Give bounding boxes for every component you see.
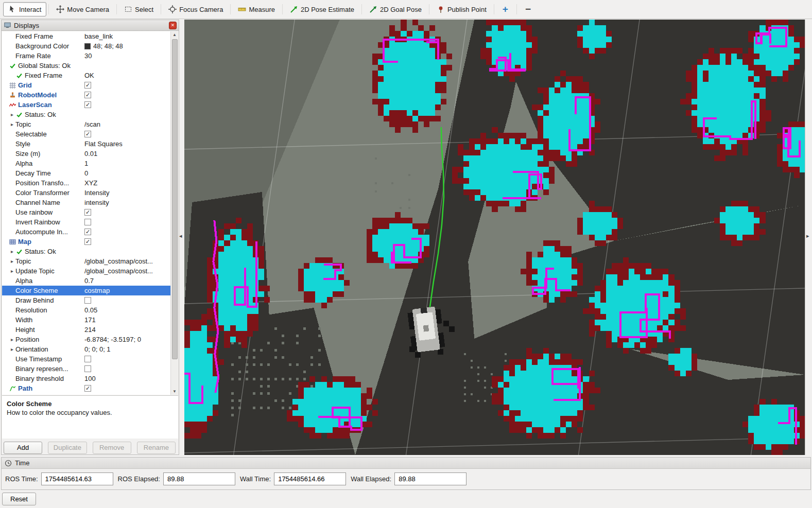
property-row-channel-name[interactable]: Channel Nameintensity <box>2 198 170 207</box>
expand-arrow-icon[interactable]: ▸ <box>9 268 15 274</box>
expand-arrow-icon[interactable]: ▸ <box>9 249 15 254</box>
color-swatch[interactable] <box>84 43 91 49</box>
expand-right-panel-icon[interactable]: ▸ <box>806 233 809 239</box>
property-row-resolution[interactable]: Resolution0.05 <box>2 305 170 315</box>
property-row-grid[interactable]: Grid✓ <box>2 80 170 90</box>
property-value[interactable]: Intensity <box>83 189 170 197</box>
wall-time-input[interactable] <box>274 472 346 485</box>
property-row-path[interactable]: Path✓ <box>2 383 170 393</box>
property-row-color-transformer[interactable]: Color TransformerIntensity <box>2 188 170 198</box>
property-value[interactable]: 100 <box>83 375 170 382</box>
checkbox-checked[interactable]: ✓ <box>84 229 91 235</box>
map-3d-view[interactable] <box>184 20 805 455</box>
property-row-position-transfo[interactable]: Position Transfo...XYZ <box>2 178 170 188</box>
tool-interact[interactable]: Interact <box>3 2 46 16</box>
property-row-height[interactable]: Height214 <box>2 325 170 335</box>
add-button[interactable]: Add <box>4 442 42 454</box>
property-value[interactable]: ✓ <box>83 385 170 392</box>
tool-publish-point[interactable]: Publish Point <box>431 2 492 16</box>
property-row-binary-threshold[interactable]: Binary threshold100 <box>2 374 170 383</box>
property-value[interactable]: 0; 0; 0; 1 <box>83 345 170 353</box>
property-value[interactable]: ✓ <box>83 101 170 108</box>
property-row-topic[interactable]: ▸Topic/scan <box>2 119 170 129</box>
property-row-use-timestamp[interactable]: Use Timestamp <box>2 354 170 364</box>
property-value[interactable]: 30 <box>83 52 170 60</box>
remove-tool-button[interactable]: − <box>519 2 537 16</box>
property-value[interactable]: 48; 48; 48 <box>83 42 170 50</box>
property-value[interactable]: ✓ <box>83 238 170 245</box>
property-value[interactable]: 0.7 <box>83 277 170 285</box>
property-value[interactable] <box>83 365 170 372</box>
property-value[interactable]: OK <box>83 72 170 79</box>
property-row-size-m[interactable]: Size (m)0.01 <box>2 149 170 159</box>
checkbox-checked[interactable]: ✓ <box>84 131 91 137</box>
checkbox-checked[interactable]: ✓ <box>84 92 91 98</box>
property-row-laserscan[interactable]: LaserScan✓ <box>2 100 170 110</box>
property-value[interactable]: intensity <box>83 199 170 206</box>
property-row-invert-rainbow[interactable]: Invert Rainbow <box>2 217 170 227</box>
ros-elapsed-input[interactable] <box>163 472 235 485</box>
property-row-orientation[interactable]: ▸Orientation0; 0; 0; 1 <box>2 344 170 354</box>
checkbox-checked[interactable]: ✓ <box>84 101 91 108</box>
property-row-color-scheme[interactable]: Color Schemecostmap <box>2 286 170 295</box>
property-row-fixed-frame[interactable]: Fixed Framebase_link <box>2 31 170 41</box>
property-value[interactable]: 214 <box>83 326 170 334</box>
reset-button[interactable]: Reset <box>2 493 36 505</box>
tool-select[interactable]: Select <box>119 2 159 16</box>
tool-2d-pose-estimate[interactable]: 2D Pose Estimate <box>285 2 359 16</box>
property-row-use-rainbow[interactable]: Use rainbow✓ <box>2 207 170 217</box>
property-value[interactable] <box>83 297 170 304</box>
tool-move-camera[interactable]: Move Camera <box>51 2 114 16</box>
checkbox-checked[interactable]: ✓ <box>84 82 91 89</box>
expand-arrow-icon[interactable]: ▸ <box>9 346 15 352</box>
property-row-map[interactable]: Map✓ <box>2 237 170 247</box>
property-row-background-color[interactable]: Background Color48; 48; 48 <box>2 41 170 51</box>
property-value[interactable]: ✓ <box>83 92 170 98</box>
property-row-update-topic[interactable]: ▸Update Topic/global_costmap/cost... <box>2 266 170 276</box>
expand-arrow-icon[interactable]: ▸ <box>9 121 15 127</box>
tool-focus-camera[interactable]: Focus Camera <box>163 2 228 16</box>
property-row-status-ok[interactable]: ▸Status: Ok <box>2 247 170 256</box>
property-value[interactable] <box>83 356 170 362</box>
checkbox-checked[interactable]: ✓ <box>84 209 91 216</box>
displays-panel-titlebar[interactable]: Displays ✕ <box>2 20 179 31</box>
panel-splitter[interactable]: ◂ <box>179 20 184 455</box>
add-tool-button[interactable]: + <box>496 2 514 16</box>
scrollbar-thumb[interactable] <box>172 39 178 359</box>
property-value[interactable]: ✓ <box>83 229 170 235</box>
property-row-width[interactable]: Width171 <box>2 315 170 325</box>
tree-scrollbar[interactable]: ▲ ▼ <box>170 31 178 395</box>
property-row-topic[interactable]: ▸Topic/global_costmap/cost... <box>2 256 170 266</box>
property-value[interactable]: /scan <box>83 120 170 128</box>
property-value[interactable]: ✓ <box>83 209 170 216</box>
checkbox-unchecked[interactable] <box>84 365 91 372</box>
property-row-position[interactable]: ▸Position-6.8784; -3.5197; 0 <box>2 335 170 344</box>
property-value[interactable]: ✓ <box>83 82 170 89</box>
property-value[interactable]: 0.05 <box>83 306 170 314</box>
property-value[interactable]: ✓ <box>83 131 170 137</box>
property-value[interactable]: 1 <box>83 160 170 167</box>
expand-arrow-icon[interactable]: ▸ <box>9 112 15 117</box>
property-value[interactable]: -6.8784; -3.5197; 0 <box>83 336 170 343</box>
property-row-selectable[interactable]: Selectable✓ <box>2 129 170 139</box>
property-row-alpha[interactable]: Alpha0.7 <box>2 276 170 286</box>
checkbox-unchecked[interactable] <box>84 297 91 304</box>
property-row-draw-behind[interactable]: Draw Behind <box>2 295 170 305</box>
tool-measure[interactable]: Measure <box>233 2 280 16</box>
property-row-global-status-ok[interactable]: Global Status: Ok <box>2 61 170 71</box>
wall-elapsed-input[interactable] <box>394 472 467 485</box>
scroll-up-icon[interactable]: ▲ <box>172 31 177 38</box>
property-row-alpha[interactable]: Alpha1 <box>2 159 170 168</box>
property-row-autocompute-in[interactable]: Autocompute In...✓ <box>2 227 170 237</box>
scroll-down-icon[interactable]: ▼ <box>172 388 177 395</box>
property-value[interactable]: 0.01 <box>83 150 170 157</box>
ros-time-input[interactable] <box>41 472 113 485</box>
expand-arrow-icon[interactable]: ▸ <box>9 258 15 264</box>
checkbox-unchecked[interactable] <box>84 219 91 225</box>
tool-2d-goal-pose[interactable]: 2D Goal Pose <box>364 2 427 16</box>
property-value[interactable]: Flat Squares <box>83 140 170 148</box>
checkbox-unchecked[interactable] <box>84 356 91 362</box>
collapse-left-icon[interactable]: ◂ <box>179 233 182 239</box>
property-value[interactable]: 171 <box>83 316 170 324</box>
checkbox-checked[interactable]: ✓ <box>84 238 91 245</box>
